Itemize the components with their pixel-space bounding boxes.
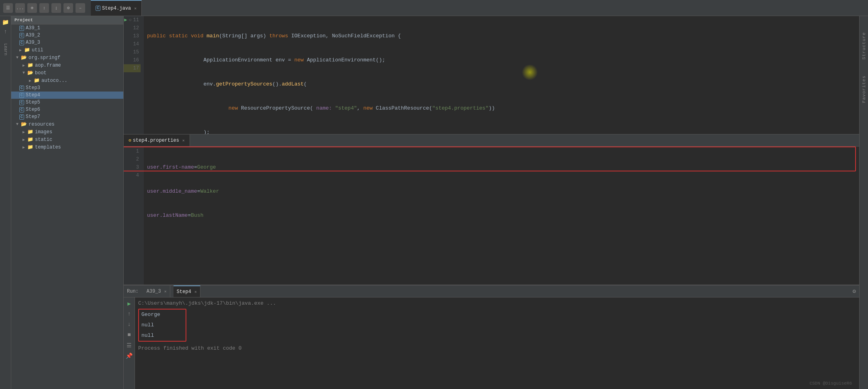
tab-step4-java[interactable]: C Step4.java ✕ [91, 0, 142, 16]
prop-key-1: user.first-name [147, 163, 194, 171]
java-icon-step3: C [19, 86, 24, 91]
tree-arrow-resources: ▼ [16, 122, 21, 126]
tree-item-static[interactable]: ▶ 📁 static [11, 136, 123, 143]
java-icon-step5: C [19, 100, 24, 105]
bottom-panel: Run: A39_3 ✕ Step4 ✕ ⚙ ▶ ↑ ↓ ■ [124, 285, 859, 389]
prop-val-3: Bush [191, 212, 203, 220]
java-file-icon: C [96, 6, 100, 11]
tree-label-util: util [32, 47, 43, 53]
filter-icon[interactable]: ☰ [125, 341, 134, 350]
run-tab-a39-3[interactable]: A39_3 ✕ [143, 285, 170, 297]
output-line-null-2: null [138, 330, 163, 341]
tree-item-step5[interactable]: C Step5 [11, 99, 123, 106]
folder-icon-boot: 📂 [27, 70, 33, 76]
tree-item-images[interactable]: ▶ 📁 images [11, 128, 123, 136]
project-tree: Project C A39_1 C A39_2 C A39_3 ▶ 📁 util… [11, 16, 124, 389]
tree-item-a39-1[interactable]: C A39_1 [11, 24, 123, 32]
line-numbers: ▶ ○ 11 12 13 14 15 16 17 [124, 16, 144, 134]
tree-item-resources[interactable]: ▼ 📂 resources [11, 120, 123, 128]
tab-step4-properties[interactable]: ⚙ step4.properties ✕ [124, 134, 190, 146]
props-line-2: user.middle_name=Walker [147, 187, 219, 196]
tree-label-static: static [35, 137, 52, 143]
tree-label-orgspringf: org.springf [29, 55, 60, 61]
arrange-icon[interactable]: ↕ [39, 3, 49, 13]
tree-arrow-orgspringf: ▼ [16, 55, 21, 60]
left-sidebar-icons: 📁 ↑ Learn [0, 16, 11, 389]
tree-item-orgspringf[interactable]: ▼ 📂 org.springf [11, 54, 123, 61]
run-label: Run: [127, 289, 139, 294]
folder-icon-util: 📁 [24, 47, 30, 53]
run-button-line11[interactable]: ▶ [124, 16, 127, 24]
learn-icon[interactable]: Learn [1, 45, 10, 54]
tree-arrow-static: ▶ [22, 137, 27, 142]
watermark: CSDN @DisguiseR6 [809, 381, 852, 386]
pin-icon[interactable]: 📌 [125, 351, 134, 360]
tree-label-step4: Step4 [26, 92, 40, 98]
code-line-15: ); [147, 128, 856, 134]
tree-item-boot[interactable]: ▼ 📂 boot [11, 69, 123, 77]
output-line-george: George [138, 310, 163, 320]
output-exit-line: Process finished with exit code 0 [138, 344, 856, 353]
tab-close-step4-java[interactable]: ✕ [134, 6, 137, 11]
tab-close-step4-properties[interactable]: ✕ [182, 138, 185, 143]
tree-item-step6[interactable]: C Step6 [11, 106, 123, 113]
tree-label-boot: boot [35, 70, 47, 76]
output-line-null-1: null [138, 320, 163, 330]
output-command-line: C:\Users\manyh\.jdks\jdk-17\bin\java.exe… [138, 299, 856, 308]
tree-label-step6: Step6 [26, 107, 40, 112]
props-line-3: user.lastName=Bush [147, 212, 219, 220]
run-tab-a39-3-close[interactable]: ✕ [164, 289, 167, 294]
run-settings-icon[interactable]: ⚙ [853, 288, 856, 295]
tab-label-step4-properties: step4.properties [133, 138, 179, 143]
props-content[interactable]: user.first-name=George user.middle_name=… [144, 147, 222, 285]
props-line-numbers: 1 2 3 4 [124, 147, 144, 285]
project-tree-header: Project [11, 16, 123, 24]
tree-item-aopframe[interactable]: ▶ 📁 aop.frame [11, 61, 123, 69]
tree-item-util[interactable]: ▶ 📁 util [11, 46, 123, 54]
far-right-panel: Structure Favorites [859, 16, 868, 389]
favorites-label[interactable]: Favorites [862, 75, 866, 103]
bottom-toolbar: Run: A39_3 ✕ Step4 ✕ ⚙ [124, 285, 859, 297]
tree-item-autoco[interactable]: ▶ 📁 autoco... [11, 77, 123, 84]
tree-item-a39-2[interactable]: C A39_2 [11, 32, 123, 39]
breakpoint-line11[interactable]: ○ [129, 16, 131, 24]
props-highlight-box [124, 147, 856, 171]
folder-icon-images: 📁 [27, 129, 33, 135]
tree-label-step7: Step7 [26, 114, 40, 120]
tree-label-resources: resources [29, 122, 55, 127]
java-icon-step4: C [19, 93, 24, 98]
add-icon[interactable]: ⊕ [27, 3, 37, 13]
split-icon[interactable]: ↨ [51, 3, 61, 13]
code-editor-content[interactable]: public static void main(String[] args) t… [144, 16, 859, 134]
run-tab-step4-close[interactable]: ✕ [194, 289, 197, 294]
run-tab-step4[interactable]: Step4 ✕ [174, 285, 200, 297]
run-output: C:\Users\manyh\.jdks\jdk-17\bin\java.exe… [135, 297, 859, 389]
minimize-icon[interactable]: – [76, 3, 85, 13]
folder-icon-aopframe: 📁 [27, 62, 33, 68]
more-options[interactable]: ... [15, 3, 25, 13]
structure-label[interactable]: Structure [862, 32, 866, 59]
vcs-icon[interactable]: ↑ [1, 27, 10, 36]
run-action-icon[interactable]: ▶ [125, 299, 134, 308]
scroll-down-icon[interactable]: ↓ [125, 320, 134, 329]
project-icon[interactable]: 📁 [1, 18, 10, 26]
tree-item-step3[interactable]: C Step3 [11, 84, 123, 92]
bottom-side-icons: ▶ ↑ ↓ ■ ☰ 📌 [124, 297, 135, 389]
tree-item-templates[interactable]: ▶ 📁 templates [11, 143, 123, 151]
main-toolbar: ☰ ... ⊕ ↕ ↨ ⚙ – C Step4.java ✕ [0, 0, 868, 16]
tree-item-step4[interactable]: C Step4 [11, 92, 123, 99]
tree-label-step3: Step3 [26, 85, 40, 91]
tree-item-step7[interactable]: C Step7 [11, 113, 123, 120]
tree-item-a39-3[interactable]: C A39_3 [11, 39, 123, 46]
stop-icon[interactable]: ■ [125, 330, 134, 339]
tree-label-images: images [35, 129, 52, 135]
tree-label-autoco: autoco... [41, 78, 67, 84]
scroll-up-icon[interactable]: ↑ [125, 310, 134, 318]
hamburger-menu[interactable]: ☰ [3, 3, 13, 13]
tree-label-a39-1: A39_1 [26, 25, 40, 31]
properties-tab-bar: ⚙ step4.properties ✕ [124, 134, 859, 147]
tree-arrow-templates: ▶ [22, 145, 27, 150]
settings-toolbar-icon[interactable]: ⚙ [63, 3, 73, 13]
tree-arrow-util: ▶ [19, 48, 24, 53]
props-line-1: user.first-name=George [147, 163, 219, 171]
